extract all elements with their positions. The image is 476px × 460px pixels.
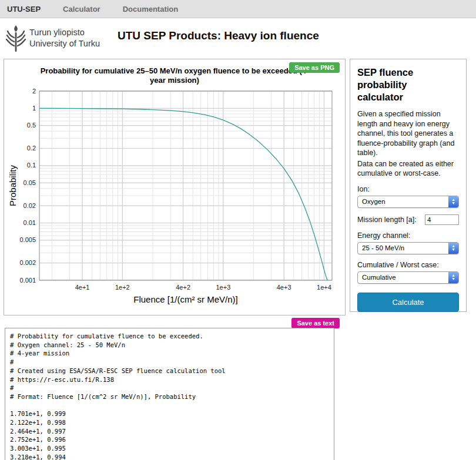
chart-title: Probability for cumulative 25–50 MeV/n o…	[37, 66, 312, 85]
page-header: Turun yliopisto University of Turku UTU …	[0, 18, 476, 58]
top-navbar: UTU-SEP Calculator Documentation	[0, 0, 476, 18]
save-text-row: Save as text	[5, 317, 340, 328]
save-as-text-button[interactable]: Save as text	[291, 318, 340, 328]
svg-text:4e+1: 4e+1	[75, 284, 90, 291]
svg-text:0.002: 0.002	[19, 259, 36, 266]
nav-item-documentation[interactable]: Documentation	[123, 5, 179, 14]
nav-item-utu-sep[interactable]: UTU-SEP	[7, 5, 41, 14]
mode-label: Cumulative / Worst case:	[357, 261, 459, 269]
university-name-fi: Turun yliopisto	[29, 27, 100, 38]
svg-text:0.01: 0.01	[24, 219, 36, 226]
svg-text:0.2: 0.2	[27, 145, 36, 152]
svg-text:0.001: 0.001	[19, 277, 36, 284]
university-name: Turun yliopisto University of Turku	[29, 27, 100, 49]
save-as-png-button[interactable]: Save as PNG	[289, 62, 340, 73]
output-text: # Probability for cumulative fluence to …	[5, 328, 334, 460]
svg-text:4e+3: 4e+3	[277, 284, 291, 291]
svg-text:0.1: 0.1	[27, 162, 36, 169]
sidebar-title: SEP fluence probability calculator	[357, 66, 434, 103]
dropdown-arrows-icon: ▲▼	[448, 243, 458, 254]
svg-text:Probability: Probability	[8, 164, 18, 206]
energy-channel-select-value: 25 - 50 MeV/n	[358, 243, 448, 254]
ion-select[interactable]: Oxygen ▲▼	[357, 196, 459, 208]
chart-panel: Save as PNG Probability for cumulative 2…	[4, 59, 346, 315]
svg-text:4e+2: 4e+2	[176, 284, 190, 291]
svg-text:1e+4: 1e+4	[317, 284, 331, 291]
svg-text:1e+2: 1e+2	[115, 284, 130, 291]
energy-channel-label: Energy channel:	[357, 231, 459, 240]
page-title: UTU SEP Products: Heavy ion fluence	[118, 29, 319, 42]
svg-text:1: 1	[32, 105, 36, 112]
mission-length-input[interactable]	[425, 214, 459, 225]
sidebar-description-2: Data can be created as either cumulative…	[357, 159, 459, 179]
ion-label: Ion:	[357, 185, 459, 193]
calculate-button[interactable]: Calculate	[357, 293, 459, 312]
sidebar-description-1: Given a specified mission length and hea…	[357, 109, 459, 158]
svg-text:0.5: 0.5	[27, 122, 36, 129]
university-of-turku-logo-icon[interactable]	[5, 25, 26, 55]
svg-text:1e+3: 1e+3	[216, 284, 230, 291]
mode-select[interactable]: Cumulative ▲▼	[357, 271, 459, 284]
ion-select-value: Oxygen	[358, 196, 448, 207]
svg-text:0.005: 0.005	[19, 236, 36, 243]
svg-text:Fluence [1/(cm² sr MeV/n)]: Fluence [1/(cm² sr MeV/n)]	[133, 294, 238, 304]
energy-channel-select[interactable]: 25 - 50 MeV/n ▲▼	[357, 242, 459, 254]
fluence-probability-chart: 4e+11e+24e+21e+34e+31e+4210.50.20.10.050…	[8, 86, 341, 308]
mode-select-value: Cumulative	[358, 272, 448, 283]
svg-text:0.05: 0.05	[24, 179, 36, 186]
dropdown-arrows-icon: ▲▼	[448, 272, 458, 283]
svg-text:0.02: 0.02	[24, 202, 36, 209]
dropdown-arrows-icon: ▲▼	[448, 196, 458, 207]
nav-item-calculator[interactable]: Calculator	[63, 5, 100, 14]
svg-text:2: 2	[32, 88, 36, 95]
university-name-en: University of Turku	[29, 38, 100, 49]
mission-length-label: Mission length [a]:	[357, 216, 417, 224]
calculator-sidebar: SEP fluence probability calculator Given…	[350, 59, 467, 312]
